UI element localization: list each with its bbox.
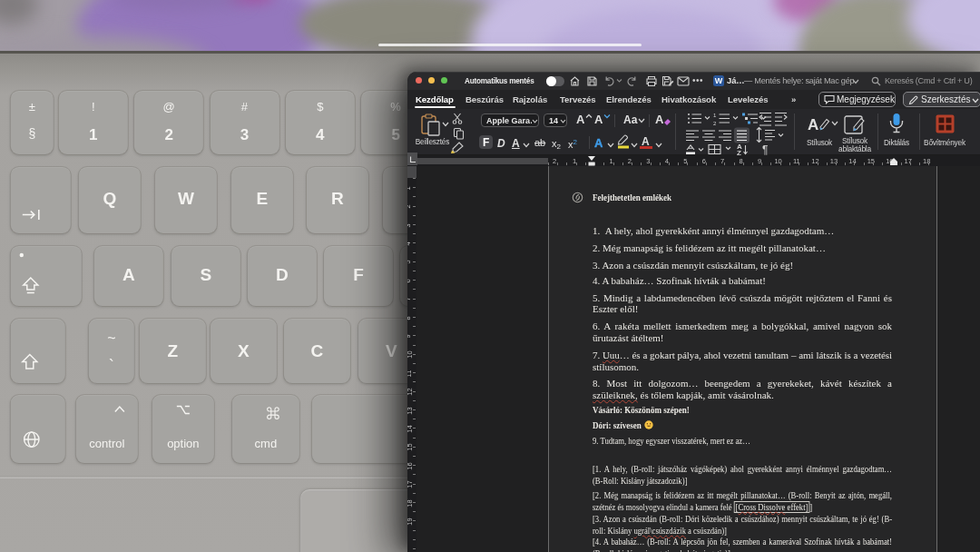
svg-text:2: 2 — [713, 121, 717, 126]
svg-text:¶: ¶ — [762, 143, 768, 155]
svg-text:1: 1 — [713, 113, 717, 118]
svg-text:Z: Z — [737, 149, 741, 155]
svg-text:A: A — [808, 116, 818, 133]
